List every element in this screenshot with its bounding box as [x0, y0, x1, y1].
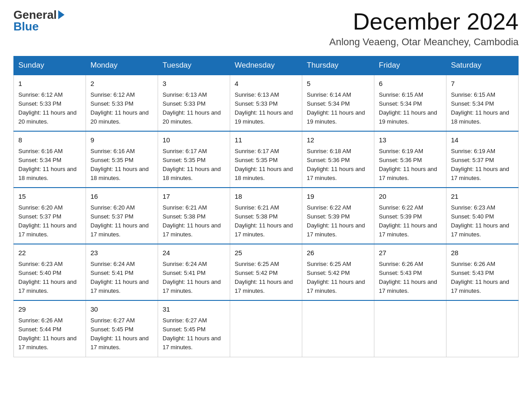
calendar-cell: 12Sunrise: 6:18 AMSunset: 5:36 PMDayligh… [302, 131, 374, 188]
day-number: 17 [163, 192, 225, 202]
calendar-cell: 27Sunrise: 6:26 AMSunset: 5:43 PMDayligh… [374, 244, 446, 300]
title-area: December 2024 Anlong Veaeng, Otar Meanch… [329, 9, 519, 48]
day-info: Sunrise: 6:13 AMSunset: 5:33 PMDaylight:… [163, 90, 225, 127]
day-info: Sunrise: 6:23 AMSunset: 5:40 PMDaylight:… [18, 260, 81, 296]
day-info: Sunrise: 6:21 AMSunset: 5:38 PMDaylight:… [235, 203, 297, 240]
day-number: 8 [18, 135, 81, 146]
calendar-cell: 7Sunrise: 6:15 AMSunset: 5:34 PMDaylight… [446, 75, 519, 131]
day-number: 21 [451, 192, 514, 202]
calendar-cell: 14Sunrise: 6:19 AMSunset: 5:37 PMDayligh… [446, 131, 519, 188]
calendar-cell: 19Sunrise: 6:22 AMSunset: 5:39 PMDayligh… [302, 188, 374, 244]
day-number: 1 [18, 79, 81, 89]
calendar-cell: 30Sunrise: 6:27 AMSunset: 5:45 PMDayligh… [86, 300, 158, 357]
day-info: Sunrise: 6:26 AMSunset: 5:43 PMDaylight:… [451, 260, 514, 296]
day-info: Sunrise: 6:17 AMSunset: 5:35 PMDaylight:… [235, 147, 297, 183]
day-info: Sunrise: 6:27 AMSunset: 5:45 PMDaylight:… [163, 316, 225, 352]
calendar-cell: 17Sunrise: 6:21 AMSunset: 5:38 PMDayligh… [158, 188, 230, 244]
calendar-cell: 22Sunrise: 6:23 AMSunset: 5:40 PMDayligh… [14, 244, 86, 300]
header-row: SundayMondayTuesdayWednesdayThursdayFrid… [14, 56, 519, 75]
day-info: Sunrise: 6:27 AMSunset: 5:45 PMDaylight:… [90, 316, 153, 352]
calendar-cell: 2Sunrise: 6:12 AMSunset: 5:33 PMDaylight… [86, 75, 158, 131]
calendar-cell [374, 300, 446, 357]
calendar-cell: 13Sunrise: 6:19 AMSunset: 5:36 PMDayligh… [374, 131, 446, 188]
day-number: 14 [451, 135, 514, 146]
day-info: Sunrise: 6:18 AMSunset: 5:36 PMDaylight:… [307, 147, 369, 183]
day-info: Sunrise: 6:12 AMSunset: 5:33 PMDaylight:… [90, 90, 153, 127]
day-info: Sunrise: 6:21 AMSunset: 5:38 PMDaylight:… [163, 203, 225, 240]
calendar-cell: 26Sunrise: 6:25 AMSunset: 5:42 PMDayligh… [302, 244, 374, 300]
day-number: 25 [235, 248, 297, 258]
calendar-cell [230, 300, 302, 357]
day-info: Sunrise: 6:22 AMSunset: 5:39 PMDaylight:… [379, 203, 442, 240]
day-number: 28 [451, 248, 514, 258]
calendar-cell: 6Sunrise: 6:15 AMSunset: 5:34 PMDaylight… [374, 75, 446, 131]
day-info: Sunrise: 6:17 AMSunset: 5:35 PMDaylight:… [163, 147, 225, 183]
day-info: Sunrise: 6:25 AMSunset: 5:42 PMDaylight:… [307, 260, 369, 296]
day-info: Sunrise: 6:15 AMSunset: 5:34 PMDaylight:… [379, 90, 442, 127]
day-info: Sunrise: 6:20 AMSunset: 5:37 PMDaylight:… [18, 203, 81, 240]
day-number: 5 [307, 79, 369, 89]
day-info: Sunrise: 6:20 AMSunset: 5:37 PMDaylight:… [90, 203, 153, 240]
day-number: 19 [307, 192, 369, 202]
day-info: Sunrise: 6:24 AMSunset: 5:41 PMDaylight:… [90, 260, 153, 296]
page-header: General Blue December 2024 Anlong Veaeng… [13, 9, 519, 48]
calendar-cell: 4Sunrise: 6:13 AMSunset: 5:33 PMDaylight… [230, 75, 302, 131]
header-wednesday: Wednesday [230, 56, 302, 75]
calendar-cell: 29Sunrise: 6:26 AMSunset: 5:44 PMDayligh… [14, 300, 86, 357]
calendar-cell [302, 300, 374, 357]
calendar-cell: 1Sunrise: 6:12 AMSunset: 5:33 PMDaylight… [14, 75, 86, 131]
day-number: 6 [379, 79, 442, 89]
logo-triangle-icon [58, 10, 64, 19]
day-info: Sunrise: 6:24 AMSunset: 5:41 PMDaylight:… [163, 260, 225, 296]
day-info: Sunrise: 6:16 AMSunset: 5:34 PMDaylight:… [18, 147, 81, 183]
calendar-cell: 28Sunrise: 6:26 AMSunset: 5:43 PMDayligh… [446, 244, 519, 300]
calendar-cell: 11Sunrise: 6:17 AMSunset: 5:35 PMDayligh… [230, 131, 302, 188]
calendar-cell: 5Sunrise: 6:14 AMSunset: 5:34 PMDaylight… [302, 75, 374, 131]
day-number: 12 [307, 135, 369, 146]
header-sunday: Sunday [14, 56, 86, 75]
day-number: 9 [90, 135, 153, 146]
day-info: Sunrise: 6:23 AMSunset: 5:40 PMDaylight:… [451, 203, 514, 240]
calendar-cell: 3Sunrise: 6:13 AMSunset: 5:33 PMDaylight… [158, 75, 230, 131]
week-row-3: 15Sunrise: 6:20 AMSunset: 5:37 PMDayligh… [14, 188, 519, 244]
day-number: 2 [90, 79, 153, 89]
day-number: 10 [163, 135, 225, 146]
day-info: Sunrise: 6:26 AMSunset: 5:43 PMDaylight:… [379, 260, 442, 296]
calendar-cell: 20Sunrise: 6:22 AMSunset: 5:39 PMDayligh… [374, 188, 446, 244]
header-friday: Friday [374, 56, 446, 75]
calendar-table: SundayMondayTuesdayWednesdayThursdayFrid… [13, 56, 519, 357]
day-info: Sunrise: 6:19 AMSunset: 5:37 PMDaylight:… [451, 147, 514, 183]
calendar-cell: 24Sunrise: 6:24 AMSunset: 5:41 PMDayligh… [158, 244, 230, 300]
calendar-cell: 16Sunrise: 6:20 AMSunset: 5:37 PMDayligh… [86, 188, 158, 244]
day-info: Sunrise: 6:25 AMSunset: 5:42 PMDaylight:… [235, 260, 297, 296]
calendar-cell: 18Sunrise: 6:21 AMSunset: 5:38 PMDayligh… [230, 188, 302, 244]
week-row-1: 1Sunrise: 6:12 AMSunset: 5:33 PMDaylight… [14, 75, 519, 131]
week-row-5: 29Sunrise: 6:26 AMSunset: 5:44 PMDayligh… [14, 300, 519, 357]
day-info: Sunrise: 6:19 AMSunset: 5:36 PMDaylight:… [379, 147, 442, 183]
day-number: 22 [18, 248, 81, 258]
calendar-cell: 21Sunrise: 6:23 AMSunset: 5:40 PMDayligh… [446, 188, 519, 244]
week-row-4: 22Sunrise: 6:23 AMSunset: 5:40 PMDayligh… [14, 244, 519, 300]
day-number: 31 [163, 304, 225, 315]
month-title: December 2024 [329, 9, 519, 34]
day-number: 24 [163, 248, 225, 258]
day-info: Sunrise: 6:13 AMSunset: 5:33 PMDaylight:… [235, 90, 297, 127]
calendar-cell: 31Sunrise: 6:27 AMSunset: 5:45 PMDayligh… [158, 300, 230, 357]
day-number: 27 [379, 248, 442, 258]
day-info: Sunrise: 6:26 AMSunset: 5:44 PMDaylight:… [18, 316, 81, 352]
calendar-cell: 9Sunrise: 6:16 AMSunset: 5:35 PMDaylight… [86, 131, 158, 188]
header-thursday: Thursday [302, 56, 374, 75]
logo-blue-text: Blue [13, 20, 39, 33]
day-number: 18 [235, 192, 297, 202]
day-number: 3 [163, 79, 225, 89]
header-monday: Monday [86, 56, 158, 75]
day-number: 23 [90, 248, 153, 258]
header-saturday: Saturday [446, 56, 519, 75]
day-number: 16 [90, 192, 153, 202]
week-row-2: 8Sunrise: 6:16 AMSunset: 5:34 PMDaylight… [14, 131, 519, 188]
day-number: 15 [18, 192, 81, 202]
day-number: 26 [307, 248, 369, 258]
day-number: 7 [451, 79, 514, 89]
day-number: 29 [18, 304, 81, 315]
location-title: Anlong Veaeng, Otar Meanchey, Cambodia [329, 36, 519, 48]
